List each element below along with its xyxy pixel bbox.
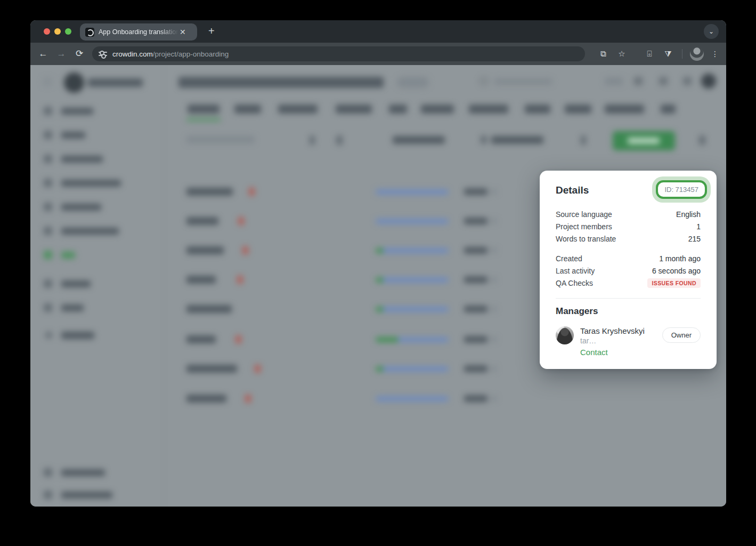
crowdin-wordmark: [88, 78, 143, 87]
sidebar-item: [61, 156, 103, 163]
owner-button[interactable]: Owner: [662, 327, 701, 343]
new-tab-button[interactable]: +: [208, 26, 215, 36]
stat-row: Created 1 month ago: [556, 252, 701, 264]
profile-avatar[interactable]: [690, 47, 704, 61]
site-settings-icon[interactable]: [99, 50, 107, 58]
toolbar-divider: [682, 49, 682, 59]
tab-title: App Onboarding translation p: [99, 28, 178, 36]
stat-label: Last activity: [556, 267, 595, 275]
browser-tab[interactable]: App Onboarding translation p ✕: [80, 23, 197, 41]
url-host: crowdin.com: [112, 50, 153, 58]
sidebar-item: [61, 108, 93, 115]
search-icon: [479, 77, 488, 85]
stat-value: 6 seconds ago: [652, 267, 701, 275]
manager-avatar: [556, 326, 574, 344]
sidebar-item: [61, 252, 75, 259]
tab-search-button[interactable]: ⌄: [704, 24, 719, 39]
crowdin-logo-mark: [64, 73, 84, 93]
reload-icon[interactable]: ⟳: [74, 49, 85, 59]
url-bar[interactable]: crowdin.com /project/app-onboarding: [92, 46, 585, 61]
manager-name: Taras Kryshevskyi: [580, 326, 645, 335]
user-avatar-blurred: [701, 74, 716, 89]
stat-value: 215: [688, 235, 701, 243]
stat-row: Project members 1: [556, 220, 701, 232]
sidebar-item: [61, 280, 91, 287]
details-panel: Details ID: 713457 Source language Engli…: [540, 171, 717, 369]
page-content: Details ID: 713457 Source language Engli…: [30, 65, 726, 507]
back-icon[interactable]: ←: [38, 49, 48, 59]
qa-checks-row: QA Checks ISSUES FOUND: [556, 277, 701, 289]
sidebar-item: [61, 228, 119, 235]
project-id-badge-blurred: [397, 77, 429, 88]
sidebar-item: [61, 469, 105, 476]
stat-row: Source language English: [556, 208, 701, 220]
menu-icon[interactable]: ⋮: [711, 50, 719, 58]
stat-value: 1: [696, 222, 701, 231]
languages-filter-dropdown: [393, 136, 445, 144]
sidebar-item-upgrade: [61, 332, 94, 339]
stat-row: Last activity 6 seconds ago: [556, 264, 701, 277]
browser-window: App Onboarding translation p ✕ + ⌄ ← → ⟳…: [30, 20, 726, 507]
sidebar-item: [61, 304, 84, 311]
sidebar-item: [61, 132, 85, 139]
toolbar-actions: ⧉ ☆ ⌻ ⧩ ⋮: [589, 47, 721, 61]
sidebar-item: [61, 180, 121, 187]
browser-toolbar: ← → ⟳ crowdin.com /project/app-onboardin…: [30, 43, 726, 65]
issues-found-badge[interactable]: ISSUES FOUND: [647, 278, 701, 288]
traffic-light-close[interactable]: [44, 28, 50, 35]
primary-action-button[interactable]: [613, 131, 675, 150]
header-search-placeholder: [494, 78, 552, 85]
project-breadcrumb-title: [178, 77, 384, 88]
sidebar-item: [61, 492, 112, 499]
crowdin-favicon: [85, 28, 94, 37]
contact-link[interactable]: Contact: [580, 348, 662, 357]
stat-value: 1 month ago: [659, 254, 701, 263]
forward-icon[interactable]: →: [56, 49, 67, 59]
active-tab-underline: [186, 118, 221, 121]
tab-dashboard: [188, 105, 220, 114]
manager-row: Taras Kryshevskyi tar… Contact Owner: [556, 326, 701, 357]
stat-value: English: [676, 210, 701, 219]
language-search-input: [186, 136, 255, 143]
secondary-filter-dropdown: [491, 136, 543, 144]
share-icon[interactable]: ⧉: [598, 49, 608, 59]
stat-row: Words to translate 215: [556, 232, 701, 245]
panel-divider: [556, 298, 701, 299]
managers-title: Managers: [556, 306, 701, 317]
sidebar-item: [61, 204, 101, 211]
id-badge-highlight: ID: 713457: [652, 176, 711, 203]
hamburger-icon: [43, 78, 52, 79]
stat-label: Words to translate: [556, 235, 616, 243]
stat-label: Source language: [556, 210, 612, 219]
stat-label: QA Checks: [556, 279, 593, 287]
tab-close-icon[interactable]: ✕: [180, 28, 186, 36]
project-id-badge: ID: 713457: [656, 180, 707, 199]
stat-label: Project members: [556, 222, 612, 231]
manager-username: tar…: [580, 336, 596, 345]
device-icon[interactable]: ⌻: [645, 49, 654, 59]
url-path: /project/app-onboarding: [153, 50, 229, 58]
stat-label: Created: [556, 254, 582, 263]
traffic-light-zoom[interactable]: [65, 28, 71, 35]
bookmark-icon[interactable]: ☆: [617, 49, 627, 59]
extensions-icon[interactable]: ⧩: [663, 49, 673, 59]
traffic-light-minimize[interactable]: [54, 28, 61, 35]
tab-strip: App Onboarding translation p ✕ + ⌄: [30, 20, 726, 43]
